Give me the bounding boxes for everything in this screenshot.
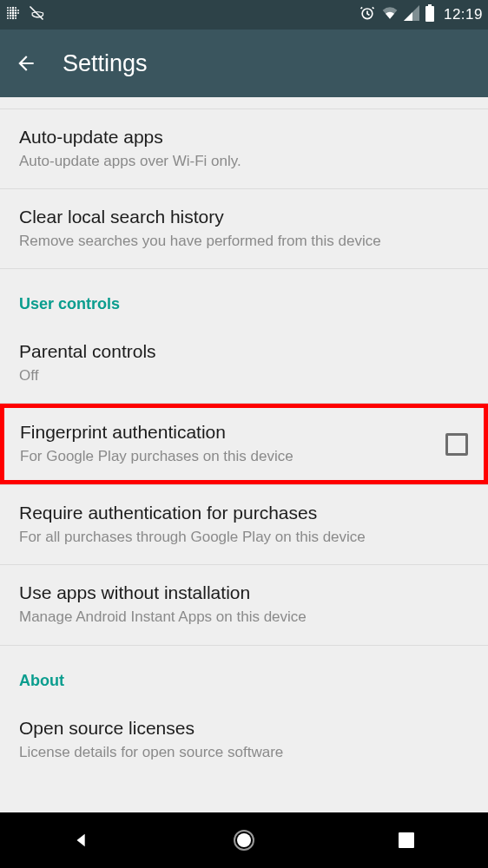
svg-rect-25 bbox=[428, 4, 432, 6]
row-subtitle: Manage Android Instant Apps on this devi… bbox=[19, 608, 469, 627]
phone-mute-icon bbox=[28, 4, 45, 26]
svg-point-21 bbox=[15, 17, 16, 19]
svg-point-18 bbox=[7, 17, 9, 19]
row-title: Open source licenses bbox=[19, 718, 469, 739]
highlight-box: Fingerprint authentication For Google Pl… bbox=[0, 404, 488, 484]
svg-point-5 bbox=[10, 9, 11, 10]
back-button[interactable] bbox=[14, 51, 38, 76]
svg-point-1 bbox=[10, 7, 11, 9]
svg-point-15 bbox=[10, 14, 11, 16]
row-subtitle: Auto-update apps over Wi-Fi only. bbox=[19, 152, 469, 171]
row-title: Require authentication for purchases bbox=[19, 503, 469, 523]
row-title: Clear local search history bbox=[19, 207, 469, 227]
app-bar: Settings bbox=[0, 30, 488, 97]
svg-point-27 bbox=[237, 833, 251, 847]
svg-point-6 bbox=[12, 9, 15, 11]
status-time: 12:19 bbox=[444, 6, 483, 23]
row-open-source-licenses[interactable]: Open source licenses License details for… bbox=[0, 700, 488, 779]
row-title: Use apps without installation bbox=[19, 582, 469, 603]
partial-row-top bbox=[0, 97, 488, 109]
svg-point-17 bbox=[15, 14, 16, 16]
svg-rect-24 bbox=[425, 6, 434, 22]
row-title: Auto-update apps bbox=[19, 127, 469, 148]
nav-recents-button[interactable] bbox=[394, 828, 419, 852]
row-parental-controls[interactable]: Parental controls Off bbox=[0, 324, 488, 404]
svg-point-16 bbox=[12, 14, 15, 16]
nav-back-button[interactable] bbox=[69, 828, 94, 852]
svg-point-11 bbox=[12, 11, 15, 14]
fingerprint-checkbox[interactable] bbox=[445, 433, 468, 456]
row-title: Fingerprint authentication bbox=[20, 422, 435, 443]
row-require-auth[interactable]: Require authentication for purchases For… bbox=[0, 485, 488, 565]
page-title: Settings bbox=[63, 50, 148, 77]
svg-point-12 bbox=[15, 11, 16, 13]
row-fingerprint-auth[interactable]: Fingerprint authentication For Google Pl… bbox=[4, 408, 484, 480]
settings-list: Auto-update apps Auto-update apps over W… bbox=[0, 97, 488, 779]
svg-point-7 bbox=[15, 9, 16, 10]
row-subtitle: License details for open source software bbox=[19, 743, 469, 762]
svg-point-3 bbox=[15, 7, 16, 9]
section-about: About bbox=[0, 646, 488, 700]
row-subtitle: For all purchases through Google Play on… bbox=[19, 528, 469, 547]
row-subtitle: Off bbox=[19, 366, 469, 385]
row-auto-update[interactable]: Auto-update apps Auto-update apps over W… bbox=[0, 109, 488, 189]
svg-point-4 bbox=[7, 10, 9, 11]
svg-point-19 bbox=[10, 17, 11, 19]
svg-point-9 bbox=[7, 12, 9, 14]
row-clear-history[interactable]: Clear local search history Remove search… bbox=[0, 189, 488, 269]
status-bar: 12:19 bbox=[0, 0, 488, 30]
row-subtitle: For Google Play purchases on this device bbox=[20, 447, 435, 466]
row-subtitle: Remove searches you have performed from … bbox=[19, 232, 469, 251]
battery-icon bbox=[425, 4, 435, 26]
svg-rect-28 bbox=[399, 832, 414, 848]
svg-point-13 bbox=[17, 12, 19, 14]
cellular-icon bbox=[404, 5, 419, 25]
fitbit-icon bbox=[5, 5, 21, 25]
alarm-icon bbox=[359, 4, 376, 26]
svg-point-14 bbox=[7, 15, 9, 16]
row-instant-apps[interactable]: Use apps without installation Manage And… bbox=[0, 565, 488, 645]
section-user-controls: User controls bbox=[0, 269, 488, 324]
navigation-bar bbox=[0, 812, 488, 868]
row-title: Parental controls bbox=[19, 341, 469, 362]
svg-point-10 bbox=[10, 11, 11, 13]
nav-home-button[interactable] bbox=[232, 828, 256, 852]
svg-point-8 bbox=[17, 10, 19, 11]
svg-point-0 bbox=[7, 7, 9, 9]
svg-point-2 bbox=[12, 6, 14, 8]
wifi-icon bbox=[381, 5, 399, 25]
svg-point-20 bbox=[12, 16, 14, 18]
